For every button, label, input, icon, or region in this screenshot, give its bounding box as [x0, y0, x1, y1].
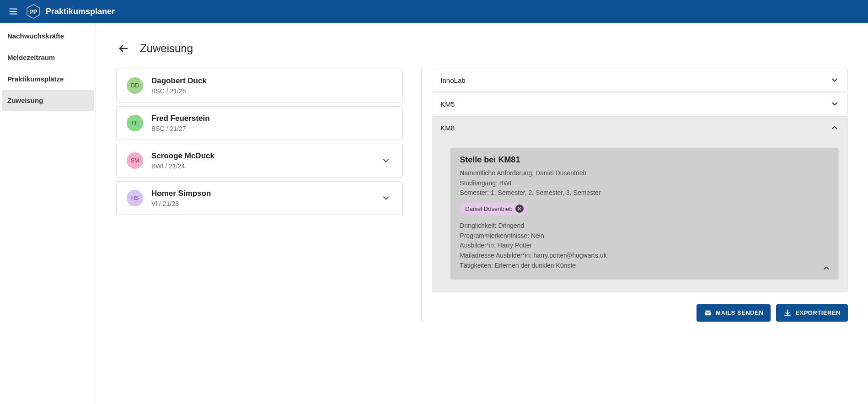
- app-logo: PP: [26, 4, 41, 19]
- sidebar-item-praktikumsplaetze[interactable]: Praktikumsplätze: [2, 69, 94, 89]
- menu-button[interactable]: [5, 4, 21, 19]
- chevron-up-icon: [830, 123, 839, 132]
- trainee-card[interactable]: HS Homer Simpson VI / 21/28: [116, 181, 403, 215]
- panel-header[interactable]: KM5: [432, 93, 847, 115]
- panel-body: Stelle bei KM81 Namentliche Anforderung:…: [432, 139, 847, 292]
- expand-trainee-button[interactable]: [380, 154, 392, 167]
- sidebar-item-zuweisung[interactable]: Zuweisung: [2, 90, 94, 111]
- page-header: Zuweisung: [116, 41, 848, 56]
- spot-programmierkenntnisse: Programmierkenntnisse: Nein: [460, 231, 829, 241]
- panel-label: KM5: [440, 100, 455, 108]
- panel-label: KM8: [440, 124, 455, 132]
- trainee-name: Dagobert Duck: [151, 76, 392, 86]
- spot-taetigkeiten: Tätigkeiten: Erlernen der dunklen Künste: [460, 261, 829, 271]
- chevron-up-icon: [822, 264, 831, 273]
- spot-ausbilder: Ausbilder*in: Harry Potter: [460, 241, 829, 251]
- chip-label: Daniel Düsentrieb: [465, 205, 512, 212]
- chevron-down-icon: [830, 99, 839, 108]
- trainee-sub: BSC / 21/27: [151, 125, 392, 132]
- action-bar: MAILS SENDEN EXPORTIEREN: [432, 304, 848, 322]
- trainee-name: Homer Simpson: [151, 189, 371, 198]
- trainee-card[interactable]: SM Scrooge McDuck BWI / 21/24: [116, 144, 403, 178]
- chevron-down-icon: [381, 194, 391, 203]
- trainee-sub: BWI / 21/24: [151, 162, 371, 170]
- trainee-sub: BSC / 21/26: [151, 87, 392, 95]
- spot-mail: Mailadresse Ausbilder*in: harry.potter@h…: [460, 251, 829, 261]
- avatar: HS: [127, 190, 143, 206]
- export-label: EXPORTIEREN: [795, 309, 841, 316]
- avatar: FF: [127, 115, 143, 131]
- back-button[interactable]: [116, 41, 131, 56]
- panel-innolab: InnoLab: [432, 69, 848, 92]
- app-title: Praktikumsplaner: [46, 7, 115, 16]
- sidebar: Nachwuchskräfte Meldezeitraum Praktikums…: [0, 23, 96, 404]
- spot-card: Stelle bei KM81 Namentliche Anforderung:…: [450, 148, 838, 279]
- logo-icon: PP: [26, 4, 41, 19]
- trainee-card[interactable]: FF Fred Feuerstein BSC / 21/27: [116, 106, 403, 140]
- chip-remove-button[interactable]: [515, 205, 524, 213]
- chevron-down-icon: [830, 75, 839, 85]
- assigned-chip[interactable]: Daniel Düsentrieb: [460, 203, 527, 215]
- collapse-spot-button[interactable]: [822, 264, 831, 273]
- sidebar-item-nachwuchskraefte[interactable]: Nachwuchskräfte: [2, 26, 94, 46]
- hamburger-icon: [8, 6, 18, 16]
- sidebar-item-meldezeitraum[interactable]: Meldezeitraum: [2, 47, 94, 68]
- trainee-sub: VI / 21/28: [151, 200, 371, 207]
- spot-semester: Semester: 1. Semester, 2. Semester, 3. S…: [460, 188, 829, 198]
- spot-title: Stelle bei KM81: [460, 155, 829, 165]
- trainee-list: DD Dagobert Duck BSC / 21/26 FF Fred Feu…: [116, 69, 403, 322]
- trainee-name: Scrooge McDuck: [151, 151, 371, 161]
- mails-button[interactable]: MAILS SENDEN: [697, 304, 771, 322]
- panel-km8: KM8 Stelle bei KM81 Namentliche Anforder…: [432, 116, 848, 292]
- panel-header[interactable]: InnoLab: [432, 69, 847, 91]
- avatar: SM: [127, 152, 143, 169]
- mail-icon: [704, 309, 712, 317]
- mails-label: MAILS SENDEN: [716, 309, 763, 316]
- app-bar: PP Praktikumsplaner: [0, 0, 868, 23]
- trainee-card[interactable]: DD Dagobert Duck BSC / 21/26: [116, 69, 403, 102]
- page-title: Zuweisung: [140, 42, 193, 55]
- expand-trainee-button[interactable]: [380, 192, 392, 205]
- close-icon: [517, 206, 522, 211]
- panel-km5: KM5: [432, 92, 848, 115]
- spot-anforderung: Namentliche Anforderung: Daniel Düsentri…: [460, 168, 829, 178]
- assignment-panels: InnoLab KM5: [421, 69, 848, 322]
- trainee-name: Fred Feuerstein: [151, 114, 392, 123]
- arrow-left-icon: [118, 43, 129, 54]
- spot-studiengang: Studiengang: BWI: [460, 178, 829, 189]
- export-button[interactable]: EXPORTIEREN: [776, 304, 848, 322]
- avatar: DD: [127, 77, 143, 94]
- panel-header[interactable]: KM8: [432, 117, 847, 139]
- panel-label: InnoLab: [440, 76, 465, 84]
- download-icon: [783, 309, 792, 317]
- content-area: Zuweisung DD Dagobert Duck BSC / 21/26 F…: [96, 23, 868, 404]
- chevron-down-icon: [381, 156, 391, 165]
- svg-text:PP: PP: [30, 9, 37, 15]
- spot-dringlichkeit: Dringlichkeit: Dringend: [460, 221, 829, 231]
